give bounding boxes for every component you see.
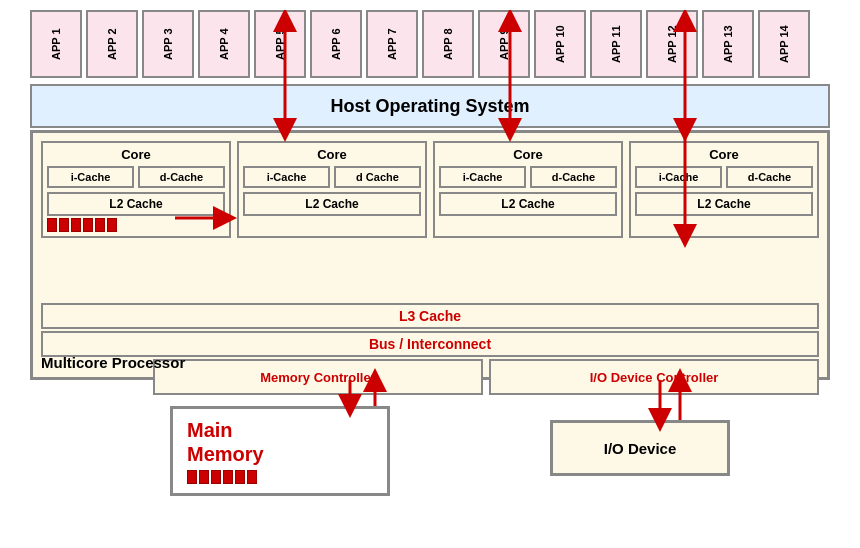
app-8: APP 8 <box>422 10 474 78</box>
core-3-label: Core <box>439 147 617 162</box>
cell <box>59 218 69 232</box>
main-memory-cells <box>187 470 257 484</box>
apps-row: APP 1 APP 2 APP 3 APP 4 APP 5 APP 6 APP … <box>30 10 830 78</box>
l3-cache-bar: L3 Cache <box>41 303 819 329</box>
io-controller: I/O Device Controller <box>489 359 819 395</box>
core-2: Core i-Cache d Cache L2 Cache <box>237 141 427 238</box>
memory-controller-label: Memory Controller <box>260 370 376 385</box>
multicore-processor-box: Core i-Cache d-Cache L2 Cache Core <box>30 130 830 380</box>
app-13: APP 13 <box>702 10 754 78</box>
core-1-mem-cells <box>47 218 225 232</box>
core-2-l2: L2 Cache <box>243 192 421 216</box>
cell <box>71 218 81 232</box>
core-4-label: Core <box>635 147 813 162</box>
core-3-icache: i-Cache <box>439 166 526 188</box>
app-2: APP 2 <box>86 10 138 78</box>
core-3-l1-row: i-Cache d-Cache <box>439 166 617 188</box>
app-4: APP 4 <box>198 10 250 78</box>
core-2-label: Core <box>243 147 421 162</box>
core-2-dcache: d Cache <box>334 166 421 188</box>
app-12: APP 12 <box>646 10 698 78</box>
app-9: APP 9 <box>478 10 530 78</box>
cell <box>211 470 221 484</box>
core-1-l2: L2 Cache <box>47 192 225 216</box>
cell <box>83 218 93 232</box>
app-14: APP 14 <box>758 10 810 78</box>
cores-row: Core i-Cache d-Cache L2 Cache Core <box>41 141 819 238</box>
io-device-box: I/O Device <box>550 420 730 476</box>
app-3: APP 3 <box>142 10 194 78</box>
core-4-icache: i-Cache <box>635 166 722 188</box>
memory-controller: Memory Controller <box>153 359 483 395</box>
controllers-row: Memory Controller I/O Device Controller <box>153 359 819 395</box>
cell <box>235 470 245 484</box>
main-memory-label: MainMemory <box>187 418 264 466</box>
core-1-label: Core <box>47 147 225 162</box>
cell <box>247 470 257 484</box>
app-10: APP 10 <box>534 10 586 78</box>
cell <box>47 218 57 232</box>
host-os-label: Host Operating System <box>330 96 529 117</box>
core-3: Core i-Cache d-Cache L2 Cache <box>433 141 623 238</box>
core-4-dcache: d-Cache <box>726 166 813 188</box>
core-1-l1-row: i-Cache d-Cache <box>47 166 225 188</box>
multicore-label: Multicore Processor <box>41 354 185 371</box>
core-2-icache: i-Cache <box>243 166 330 188</box>
core-1-dcache: d-Cache <box>138 166 225 188</box>
core-1: Core i-Cache d-Cache L2 Cache <box>41 141 231 238</box>
app-5: APP 5 <box>254 10 306 78</box>
core-1-icache: i-Cache <box>47 166 134 188</box>
core-4-l1-row: i-Cache d-Cache <box>635 166 813 188</box>
cell <box>199 470 209 484</box>
app-6: APP 6 <box>310 10 362 78</box>
core-3-l2: L2 Cache <box>439 192 617 216</box>
core-4: Core i-Cache d-Cache L2 Cache <box>629 141 819 238</box>
cell <box>107 218 117 232</box>
app-1: APP 1 <box>30 10 82 78</box>
cell <box>95 218 105 232</box>
io-device-label: I/O Device <box>604 440 677 457</box>
core-4-l2: L2 Cache <box>635 192 813 216</box>
app-7: APP 7 <box>366 10 418 78</box>
cell <box>223 470 233 484</box>
host-os-bar: Host Operating System <box>30 84 830 128</box>
core-2-l1-row: i-Cache d Cache <box>243 166 421 188</box>
diagram-container: APP 1 APP 2 APP 3 APP 4 APP 5 APP 6 APP … <box>20 10 840 540</box>
app-11: APP 11 <box>590 10 642 78</box>
l3-label: L3 Cache <box>399 308 461 324</box>
core-3-dcache: d-Cache <box>530 166 617 188</box>
cell <box>187 470 197 484</box>
main-memory-box: MainMemory <box>170 406 390 496</box>
bus-label: Bus / Interconnect <box>369 336 491 352</box>
io-controller-label: I/O Device Controller <box>590 370 719 385</box>
